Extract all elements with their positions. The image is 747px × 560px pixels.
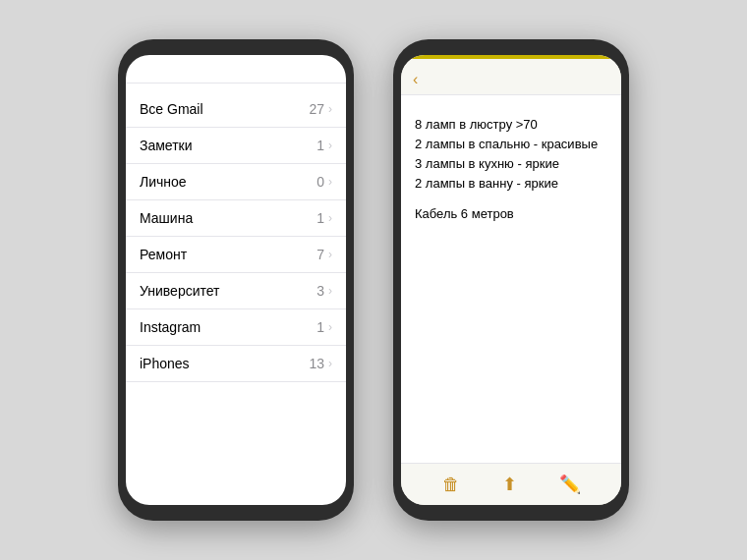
folder-name: Университет: [140, 283, 316, 299]
compose-icon[interactable]: ✏️: [559, 474, 581, 495]
note-footer: 🗑 ⬆ ✏️: [401, 463, 621, 505]
note-content: 8 ламп в люстру >702 лампы в спальню - к…: [401, 95, 621, 463]
phone-2: ‹ 8 ламп в люстру >702 лампы в спальню -…: [393, 39, 629, 521]
note-line: Кабель 6 метров: [415, 204, 607, 224]
share-icon[interactable]: ⬆: [502, 474, 517, 495]
folder-item[interactable]: iPhones 13 ›: [126, 346, 346, 382]
folder-name: Машина: [140, 210, 316, 226]
folder-name: Личное: [140, 174, 316, 190]
chevron-right-icon: ›: [328, 320, 332, 334]
folder-count: 1: [316, 319, 324, 335]
folders-header: [126, 55, 346, 71]
folder-list: Все Gmail 27 › Заметки 1 › Личное 0 › Ма…: [126, 91, 346, 505]
back-button[interactable]: ‹: [413, 71, 420, 88]
folder-count: 1: [316, 210, 324, 226]
folder-name: Instagram: [140, 319, 316, 335]
folder-item[interactable]: Ремонт 7 ›: [126, 237, 346, 273]
chevron-left-icon: ‹: [413, 71, 418, 88]
note-line: 8 ламп в люстру >70: [415, 115, 607, 135]
chevron-right-icon: ›: [328, 175, 332, 189]
note-screen: ‹ 8 ламп в люстру >702 лампы в спальню -…: [401, 55, 621, 505]
folder-name: iPhones: [140, 356, 309, 371]
folders-title: [126, 71, 346, 83]
folders-screen: Все Gmail 27 › Заметки 1 › Личное 0 › Ма…: [126, 55, 346, 505]
note-line: [415, 195, 607, 204]
folder-count: 7: [316, 247, 324, 262]
phone-1: Все Gmail 27 › Заметки 1 › Личное 0 › Ма…: [118, 39, 354, 521]
folder-item[interactable]: Instagram 1 ›: [126, 309, 346, 346]
chevron-right-icon: ›: [328, 357, 332, 370]
folder-count: 1: [316, 138, 324, 153]
folder-item[interactable]: Все Gmail 27 ›: [126, 91, 346, 128]
folder-item[interactable]: Заметки 1 ›: [126, 128, 346, 164]
folder-name: Ремонт: [140, 247, 316, 262]
folder-count: 0: [316, 174, 324, 190]
folder-count: 13: [309, 356, 324, 371]
chevron-right-icon: ›: [328, 284, 332, 298]
folder-item[interactable]: Личное 0 ›: [126, 164, 346, 200]
folder-count: 3: [316, 283, 324, 299]
trash-icon[interactable]: 🗑: [442, 475, 460, 495]
note-header: ‹: [401, 59, 621, 95]
folder-name: Все Gmail: [140, 101, 309, 117]
note-line: 2 лампы в спальню - красивые: [415, 135, 607, 154]
note-line: 2 лампы в ванну - яркие: [415, 174, 607, 194]
note-line: 3 лампы в кухню - яркие: [415, 154, 607, 174]
chevron-right-icon: ›: [328, 139, 332, 152]
chevron-right-icon: ›: [328, 211, 332, 225]
folder-item[interactable]: Машина 1 ›: [126, 200, 346, 237]
folder-count: 27: [309, 101, 324, 117]
folder-item[interactable]: Университет 3 ›: [126, 273, 346, 309]
folder-name: Заметки: [140, 138, 316, 153]
section-label: [126, 83, 346, 91]
note-text: 8 ламп в люстру >702 лампы в спальню - к…: [415, 115, 607, 224]
chevron-right-icon: ›: [328, 102, 332, 116]
chevron-right-icon: ›: [328, 248, 332, 261]
